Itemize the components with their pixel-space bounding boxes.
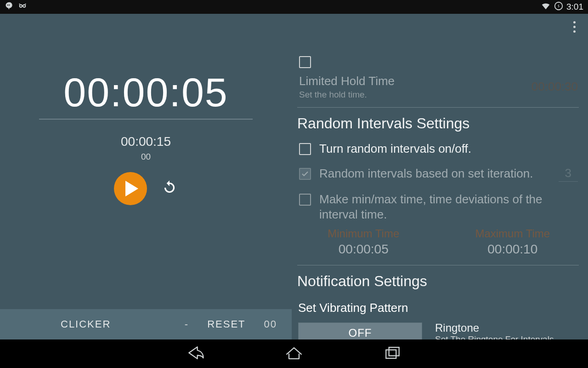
pref-title: Ringtone	[435, 322, 556, 334]
timer-sub2-display: 00	[141, 152, 151, 162]
pref-label: Turn random intervals on/off.	[319, 141, 578, 156]
pref-title: Limited Hold Time	[299, 74, 523, 89]
home-button[interactable]	[284, 344, 304, 364]
android-status-bar: 3:01	[0, 0, 588, 14]
cyanogenmod-icon	[17, 1, 28, 13]
back-button[interactable]	[186, 344, 206, 364]
pref-limited-hold-toggle[interactable]: Turn limited hold on/off.	[296, 56, 580, 74]
pref-sub: Set the hold time.	[299, 90, 523, 100]
recents-button[interactable]	[382, 344, 402, 364]
pref-vibrate-pattern[interactable]: Set Vibrating Pattern	[298, 301, 408, 315]
action-bar	[0, 14, 588, 40]
settings-pane[interactable]: Turn limited hold on/off. Limited Hold T…	[292, 14, 588, 339]
pref-sub: Set The Ringtone For Intervals.	[435, 334, 556, 339]
clicker-bar: CLICKER - RESET 00	[0, 309, 292, 339]
timer-main-display[interactable]: 00:00:05	[63, 69, 228, 116]
pref-minmax-times: Minimum Time 00:00:05 Maximum Time 00:00…	[296, 227, 580, 263]
checkbox-unchecked-icon	[299, 194, 311, 206]
home-icon	[284, 344, 304, 362]
max-time-value: 00:00:10	[447, 242, 578, 257]
svg-point-1	[23, 5, 25, 7]
pref-limited-hold-time: Limited Hold Time Set the hold time. 00:…	[296, 74, 580, 105]
overflow-menu-icon[interactable]	[567, 17, 582, 36]
clicker-button[interactable]: CLICKER	[61, 318, 111, 330]
play-button[interactable]	[114, 172, 147, 205]
pref-ringtone[interactable]: Ringtone Set The Ringtone For Intervals.	[435, 322, 556, 339]
section-random-intervals: Random Intervals Settings	[296, 109, 580, 137]
checkbox-unchecked-icon[interactable]	[299, 143, 311, 155]
divider	[297, 265, 579, 265]
pref-random-toggle[interactable]: Turn random intervals on/off.	[296, 137, 580, 162]
pref-label: Make min/max time, time deviations of th…	[319, 192, 578, 222]
svg-rect-3	[386, 350, 396, 358]
timer-pane: 00:00:05 00:00:15 00 CLICKER - RESET 00	[0, 14, 292, 339]
reset-clicker-button[interactable]: RESET	[207, 318, 245, 330]
max-time-label: Maximum Time	[447, 227, 578, 240]
app-body: 00:00:05 00:00:15 00 CLICKER - RESET 00	[0, 14, 588, 339]
recents-icon	[382, 344, 402, 362]
toggle-off[interactable]: OFF	[298, 322, 422, 339]
pref-value: 00:00:30	[531, 80, 578, 94]
wifi-icon	[541, 1, 551, 13]
pref-random-iteration: Random intervals based on set iteration.…	[296, 161, 580, 187]
battery-charging-icon	[554, 1, 564, 13]
refresh-icon	[161, 179, 178, 196]
timer-sub-display: 00:00:15	[121, 134, 171, 149]
timer-underline	[39, 119, 253, 120]
checkbox-unchecked-icon[interactable]	[299, 56, 311, 68]
play-icon	[125, 181, 138, 196]
decrement-button[interactable]: -	[185, 318, 189, 330]
section-notification: Notification Settings	[296, 267, 580, 294]
svg-point-0	[20, 5, 23, 7]
back-icon	[186, 344, 206, 362]
timer-controls	[114, 172, 178, 205]
divider	[297, 107, 579, 108]
status-clock: 3:01	[566, 2, 583, 12]
min-time-label: Minimum Time	[298, 227, 429, 240]
clicker-count: 00	[264, 318, 277, 330]
min-time-value: 00:00:05	[298, 242, 429, 257]
pref-value: 3	[559, 166, 578, 182]
pref-label: Random intervals based on set iteration.	[319, 166, 550, 181]
pref-minmax-deviation: Make min/max time, time deviations of th…	[296, 187, 580, 227]
svg-rect-4	[389, 347, 399, 356]
hangouts-icon	[5, 1, 14, 13]
reset-timer-button[interactable]	[161, 179, 178, 198]
checkbox-checked-icon	[299, 168, 311, 180]
android-nav-bar	[0, 339, 588, 368]
